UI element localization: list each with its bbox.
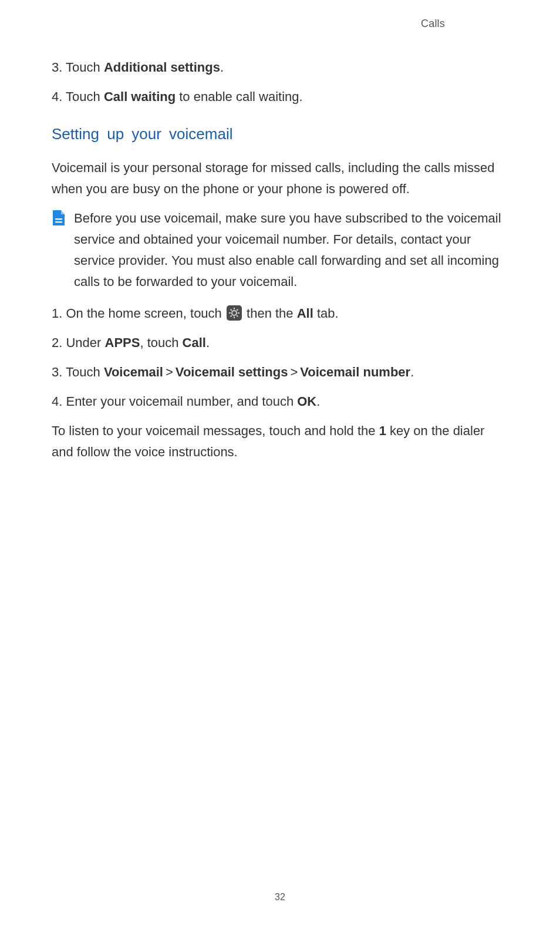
document-page: Calls 3. Touch Additional settings. 4. T… <box>0 0 560 926</box>
note-block: Before you use voicemail, make sure you … <box>52 208 508 292</box>
separator: > <box>290 365 298 379</box>
settings-icon <box>227 305 242 321</box>
step-3-voicemail-path: 3. Touch Voicemail>Voicemail settings>Vo… <box>52 362 508 383</box>
text-bold: Additional settings <box>104 60 220 75</box>
page-number: 32 <box>0 892 560 903</box>
text: tab. <box>313 306 339 321</box>
section-heading-voicemail: Setting up your voicemail <box>52 125 508 143</box>
text: . <box>316 394 320 409</box>
step-4-call-waiting: 4. Touch Call waiting to enable call wai… <box>52 86 508 107</box>
text-bold: APPS <box>105 335 140 350</box>
text: 4. Touch <box>52 89 104 104</box>
text: 3. Touch <box>52 60 104 75</box>
step-1-home-screen: 1. On the home screen, touch <box>52 303 508 324</box>
text: 2. Under <box>52 335 105 350</box>
text: 4. Enter your voicemail number, and touc… <box>52 394 297 409</box>
closing-paragraph: To listen to your voicemail messages, to… <box>52 420 508 463</box>
note-text: Before you use voicemail, make sure you … <box>74 208 508 292</box>
text-bold: Voicemail settings <box>176 365 288 379</box>
text-bold: All <box>297 306 313 321</box>
step-3-additional-settings: 3. Touch Additional settings. <box>52 57 508 78</box>
separator: > <box>166 365 173 379</box>
text-bold: Voicemail <box>104 365 163 379</box>
svg-rect-0 <box>55 218 62 220</box>
voicemail-intro: Voicemail is your personal storage for m… <box>52 157 508 200</box>
text-bold: Voicemail number <box>300 365 410 379</box>
text: . <box>206 335 210 350</box>
text-bold: Call waiting <box>104 89 176 104</box>
text: 1. On the home screen, touch <box>52 306 225 321</box>
text: . <box>410 365 414 379</box>
text: 3. Touch <box>52 365 104 379</box>
text: . <box>220 60 224 75</box>
svg-rect-1 <box>55 221 62 223</box>
step-2-apps-call: 2. Under APPS, touch Call. <box>52 332 508 353</box>
text-bold: 1 <box>379 423 386 438</box>
step-4-enter-number: 4. Enter your voicemail number, and touc… <box>52 391 508 412</box>
text-bold: OK <box>297 394 316 409</box>
text: To listen to your voicemail messages, to… <box>52 423 379 438</box>
svg-rect-2 <box>227 305 242 321</box>
text: to enable call waiting. <box>176 89 302 104</box>
text: , touch <box>140 335 182 350</box>
text: then the <box>243 306 297 321</box>
header-section-label: Calls <box>52 18 445 30</box>
text-bold: Call <box>183 335 206 350</box>
note-icon <box>52 210 66 229</box>
